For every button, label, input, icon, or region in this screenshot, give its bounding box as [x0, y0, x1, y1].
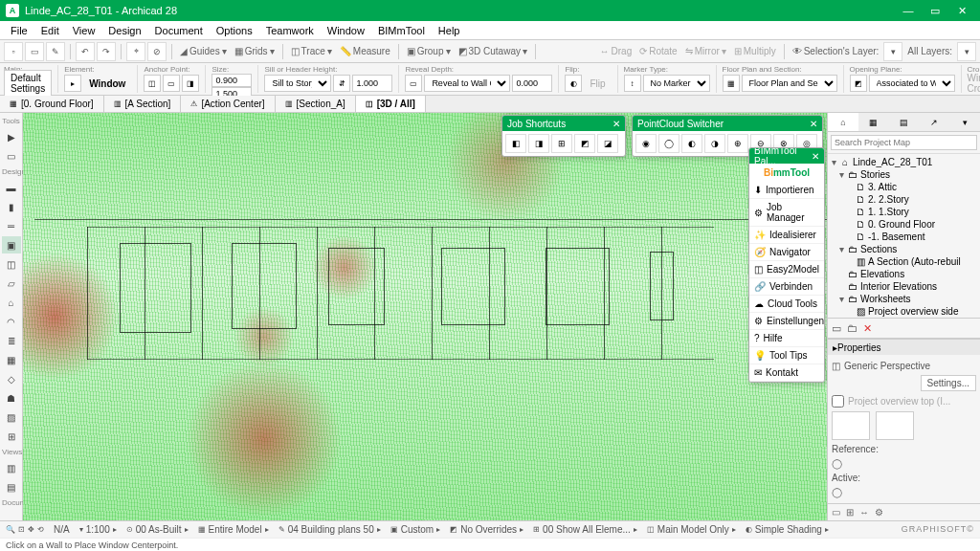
reveal-value-input[interactable]	[512, 75, 552, 92]
marquee-tool-icon[interactable]: ▭	[2, 147, 21, 165]
bimm-importieren[interactable]: ⬇Importieren	[749, 182, 824, 199]
reveal-select[interactable]: Reveal to Wall Core	[424, 75, 510, 92]
bimm-hilfe[interactable]: ?Hilfe	[749, 330, 824, 347]
foot-btn-1[interactable]: ▭	[832, 507, 840, 518]
nav-tab-view[interactable]: ▦	[858, 113, 889, 131]
tab-ground-floor[interactable]: ▦[0. Ground Floor]	[0, 96, 104, 112]
pan-icon[interactable]: ✥	[28, 525, 34, 534]
marker-select[interactable]: No Marker	[643, 75, 710, 92]
sill-story-select[interactable]: Sill to Story 0	[264, 75, 331, 92]
menu-teamwork[interactable]: Teamwork	[259, 23, 321, 38]
sill-link-icon[interactable]: ⇵	[333, 75, 350, 92]
open-icon[interactable]: ▭	[25, 42, 44, 61]
guides-toggle[interactable]: ◢ Guides ▾	[177, 46, 230, 56]
shading-combo[interactable]: Simple Shading	[755, 524, 822, 535]
bimm-kontakt[interactable]: ✉Kontakt	[749, 364, 824, 382]
mainmodel-combo[interactable]: Main Model Only	[657, 524, 729, 535]
foot-btn-2[interactable]: ⊞	[846, 507, 854, 518]
multiply-button[interactable]: ⊞ Multiply	[731, 46, 779, 56]
beam-tool-icon[interactable]: ═	[2, 217, 21, 234]
menu-document[interactable]: Document	[148, 23, 210, 38]
new-icon[interactable]: ▫	[4, 42, 23, 61]
oplane-select[interactable]: Associated to Wall	[869, 75, 955, 92]
delete-icon[interactable]: ✕	[863, 322, 872, 335]
job-btn-5[interactable]: ◪	[597, 134, 618, 153]
marker-icon[interactable]: ↕	[624, 75, 641, 92]
foot-btn-3[interactable]: ↔	[859, 507, 869, 518]
menu-view[interactable]: View	[66, 23, 102, 38]
scale-display[interactable]: 1:100	[86, 524, 110, 535]
sel-layer-pick[interactable]: ▾	[883, 42, 902, 61]
new-view-icon[interactable]: ▭	[832, 322, 841, 335]
fit-icon[interactable]: ⊡	[18, 525, 25, 534]
bimmtool-palette[interactable]: BIMmTool Pal...✕ BimmTool ⬇Importieren ⚙…	[748, 147, 825, 383]
window-tool-icon[interactable]: ▣	[2, 236, 21, 253]
bimm-navigator[interactable]: 🧭Navigator	[749, 244, 824, 261]
nav-tab-project[interactable]: ⌂	[828, 113, 858, 131]
pc-btn-2[interactable]: ◯	[658, 134, 679, 153]
drag-button[interactable]: ↔ Drag	[597, 46, 635, 56]
menu-options[interactable]: Options	[210, 23, 259, 38]
orbit-icon[interactable]: ⟲	[37, 525, 44, 534]
fps-select[interactable]: Floor Plan and Section...	[742, 75, 837, 92]
act-thumbnail[interactable]	[876, 411, 914, 440]
grids-toggle[interactable]: ▦ Grids ▾	[232, 46, 278, 56]
shell-tool-icon[interactable]: ◠	[2, 313, 21, 330]
mirror-button[interactable]: ⇋ Mirror ▾	[682, 46, 729, 56]
roof-tool-icon[interactable]: ⌂	[2, 294, 21, 311]
element-arrow-icon[interactable]: ▸	[64, 75, 81, 92]
maximize-button[interactable]: ▭	[923, 2, 947, 19]
zone-tool-icon[interactable]: ▨	[2, 408, 21, 426]
tab-section-a[interactable]: ▥[Section_A]	[276, 96, 356, 112]
slab-tool-icon[interactable]: ▱	[2, 275, 21, 292]
close-icon[interactable]: ✕	[810, 119, 817, 129]
arrow-tool-icon[interactable]: ▶	[2, 128, 21, 145]
all-layers-pick[interactable]: ▾	[957, 42, 976, 61]
menu-help[interactable]: Help	[432, 23, 467, 38]
ref-thumbnail[interactable]	[832, 411, 870, 440]
pc-btn-3[interactable]: ◐	[681, 134, 702, 153]
close-icon[interactable]: ✕	[812, 151, 819, 162]
size-width-input[interactable]	[212, 74, 252, 87]
bimm-einstellungen[interactable]: ⚙Einstellungen	[749, 313, 824, 330]
redo-icon[interactable]: ↷	[97, 42, 116, 61]
undo-icon[interactable]: ↶	[76, 42, 95, 61]
anchor-opt1[interactable]: ◫	[144, 75, 161, 92]
rotate-button[interactable]: ⟳ Rotate	[636, 46, 679, 56]
cutaway-toggle[interactable]: ◩ 3D Cutaway ▾	[456, 46, 530, 56]
close-icon[interactable]: ✕	[612, 119, 620, 129]
stair-tool-icon[interactable]: ≣	[2, 332, 21, 349]
bimm-tooltips[interactable]: 💡Tool Tips	[749, 347, 824, 364]
column-tool-icon[interactable]: ▮	[2, 198, 21, 215]
showall-combo[interactable]: 00 Show All Eleme...	[543, 524, 631, 535]
morph-tool-icon[interactable]: ◇	[2, 370, 21, 387]
override-combo[interactable]: No Overrides	[460, 524, 517, 535]
pc-btn-5[interactable]: ⊕	[727, 134, 748, 153]
reveal-icon[interactable]: ▭	[405, 75, 422, 92]
job-btn-2[interactable]: ◨	[528, 134, 549, 153]
search-project-input[interactable]	[831, 135, 977, 150]
section-tool-icon[interactable]: ▥	[2, 459, 21, 476]
anchor-opt3[interactable]: ◨	[182, 75, 199, 92]
wall-tool-icon[interactable]: ▬	[2, 179, 21, 196]
job-btn-1[interactable]: ◧	[505, 134, 526, 153]
bimm-idealisierer[interactable]: ✨Idealisierer	[749, 227, 824, 244]
penset-combo[interactable]: 04 Building plans 50	[288, 524, 374, 535]
object-tool-icon[interactable]: ☗	[2, 389, 21, 407]
tab-action-center[interactable]: ⚠[Action Center]	[181, 96, 275, 112]
job-btn-3[interactable]: ⊞	[551, 134, 572, 153]
menu-design[interactable]: Design	[101, 23, 147, 38]
new-folder-icon[interactable]: 🗀	[847, 322, 858, 334]
save-icon[interactable]: ✎	[46, 42, 65, 61]
bimm-easy2model[interactable]: ◫Easy2Model	[749, 261, 824, 278]
flip-button[interactable]: Flip	[584, 78, 611, 89]
job-btn-4[interactable]: ◩	[574, 134, 595, 153]
curtain-tool-icon[interactable]: ▦	[2, 351, 21, 368]
overview-checkbox[interactable]	[832, 395, 844, 408]
suspend-icon[interactable]: ⊘	[147, 42, 167, 61]
oplane-icon[interactable]: ◩	[850, 75, 867, 92]
project-tree[interactable]: ▾⌂Linde_AC_28_T01 ▾🗀Stories 🗋3. Attic 🗋2…	[828, 154, 980, 318]
nav-tab-layout[interactable]: ▤	[889, 113, 920, 131]
mesh-tool-icon[interactable]: ⊞	[2, 428, 21, 445]
pc-btn-4[interactable]: ◑	[704, 134, 725, 153]
